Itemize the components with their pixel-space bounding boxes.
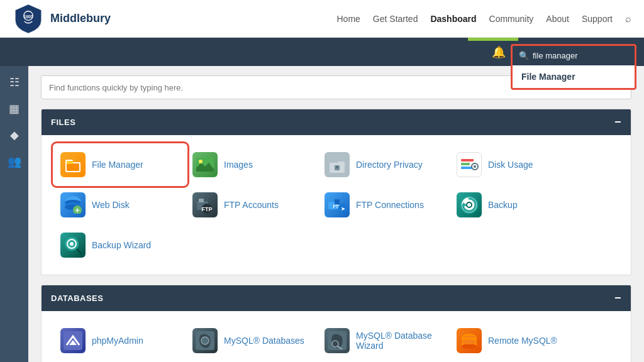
ftp-connections-icon: FTP ➤ xyxy=(325,192,350,217)
svg-rect-10 xyxy=(330,159,338,163)
svg-rect-29 xyxy=(335,199,340,204)
mysql-wizard-label: MySQL® Database Wizard xyxy=(356,331,444,351)
svg-rect-4 xyxy=(67,163,79,171)
search-input[interactable] xyxy=(533,51,628,60)
svg-point-12 xyxy=(336,166,338,168)
ftp-accounts-item[interactable]: FTP FTP Accounts xyxy=(186,185,318,225)
nav-about[interactable]: About xyxy=(546,14,569,24)
web-disk-label: Web Disk xyxy=(92,200,130,210)
left-sidebar: ☷ ▦ ◆ 👥 xyxy=(0,66,28,362)
backup-wizard-icon xyxy=(60,233,86,258)
svg-point-50 xyxy=(462,339,477,344)
backup-item[interactable]: Backup xyxy=(450,185,582,225)
search-input-row: 🔍 xyxy=(513,46,635,65)
databases-section-title: DATABASES xyxy=(51,293,103,303)
svg-rect-5 xyxy=(67,161,73,164)
nav-dashboard[interactable]: Dashboard xyxy=(430,14,476,24)
search-result-item[interactable]: File Manager xyxy=(513,65,635,88)
svg-rect-14 xyxy=(461,163,470,165)
users-icon[interactable]: 👥 xyxy=(8,155,21,168)
disk-usage-item[interactable]: Disk Usage xyxy=(450,145,582,185)
logo-shield-icon: 1800 xyxy=(13,3,44,35)
top-navigation: 1800 Middlebury Home Get Started Dashboa… xyxy=(0,0,644,38)
svg-point-42 xyxy=(201,337,209,344)
ftp-connections-label: FTP Connections xyxy=(356,200,424,210)
search-icon: 🔍 xyxy=(519,51,529,60)
disk-usage-icon xyxy=(457,152,482,177)
databases-collapse-button[interactable]: − xyxy=(614,292,621,305)
files-section-body: File Manager Images xyxy=(42,135,631,275)
mysql-wizard-item[interactable]: MySQL® Database Wizard xyxy=(318,321,450,361)
file-manager-icon xyxy=(60,152,86,177)
logo-text: Middlebury xyxy=(50,12,111,25)
files-section: FILES − File Manager xyxy=(41,109,631,275)
file-manager-label: File Manager xyxy=(92,160,143,170)
svg-rect-15 xyxy=(461,167,472,169)
svg-text:+: + xyxy=(75,206,79,214)
disk-usage-label: Disk Usage xyxy=(488,160,533,170)
remote-mysql-label: Remote MySQL® xyxy=(488,336,557,346)
svg-text:1800: 1800 xyxy=(24,14,33,18)
phpmyadmin-item[interactable]: phpMyAdmin xyxy=(54,321,186,361)
files-section-header: FILES − xyxy=(42,109,631,135)
svg-rect-27 xyxy=(199,199,204,202)
ftp-connections-item[interactable]: FTP ➤ FTP Connections xyxy=(318,185,450,225)
main-nav: Home Get Started Dashboard Community Abo… xyxy=(336,13,631,25)
web-disk-item[interactable]: + Web Disk xyxy=(54,185,186,225)
images-icon xyxy=(192,152,218,177)
remote-mysql-icon xyxy=(457,328,482,353)
svg-point-38 xyxy=(70,242,74,246)
mysql-databases-item[interactable]: MySQL® Databases xyxy=(186,321,318,361)
directory-privacy-icon xyxy=(325,152,350,177)
images-item[interactable]: Images xyxy=(186,145,318,185)
file-manager-item[interactable]: File Manager xyxy=(54,145,186,185)
svg-point-17 xyxy=(474,165,476,168)
mysql-databases-icon xyxy=(192,328,218,353)
nav-home[interactable]: Home xyxy=(336,14,360,24)
phpmyadmin-label: phpMyAdmin xyxy=(92,336,143,346)
remote-mysql-item[interactable]: Remote MySQL® xyxy=(450,321,582,361)
content-area: FILES − File Manager xyxy=(28,66,644,362)
backup-icon xyxy=(457,192,482,217)
search-dropdown: 🔍 File Manager xyxy=(511,44,636,90)
svg-point-8 xyxy=(199,160,203,163)
mysql-databases-label: MySQL® Databases xyxy=(224,336,304,346)
databases-section-body: phpMyAdmin MySQL® Databases xyxy=(42,311,631,362)
dark-bar: 🔍 File Manager 🔔 xyxy=(0,38,644,66)
ftp-accounts-label: FTP Accounts xyxy=(224,200,279,210)
grid-icon[interactable]: ☷ xyxy=(9,75,19,89)
nav-search-icon[interactable]: ⌕ xyxy=(625,13,631,25)
files-section-title: FILES xyxy=(51,118,75,127)
nav-community[interactable]: Community xyxy=(489,14,534,24)
web-disk-icon: + xyxy=(60,192,86,217)
phpmyadmin-icon xyxy=(60,328,86,353)
mysql-wizard-icon xyxy=(325,328,350,353)
ftp-accounts-icon: FTP xyxy=(192,192,218,217)
svg-line-39 xyxy=(77,250,81,253)
main-layout: ☷ ▦ ◆ 👥 FILES − xyxy=(0,66,644,362)
backup-wizard-item[interactable]: Backup Wizard xyxy=(54,225,186,265)
svg-text:➤: ➤ xyxy=(341,206,345,212)
databases-section: DATABASES − phpMyAdmin xyxy=(41,285,631,362)
directory-privacy-item[interactable]: Directory Privacy xyxy=(318,145,450,185)
svg-point-49 xyxy=(462,344,477,349)
palette-icon[interactable]: ◆ xyxy=(10,128,19,142)
chart-icon[interactable]: ▦ xyxy=(9,102,19,116)
images-label: Images xyxy=(224,160,253,170)
databases-section-header: DATABASES − xyxy=(42,285,631,311)
nav-get-started[interactable]: Get Started xyxy=(373,14,418,24)
nav-support[interactable]: Support xyxy=(582,14,613,24)
bell-icon[interactable]: 🔔 xyxy=(492,45,506,59)
svg-rect-13 xyxy=(461,159,474,162)
accent-bar xyxy=(468,38,518,41)
files-collapse-button[interactable]: − xyxy=(614,116,621,129)
svg-text:FTP: FTP xyxy=(202,206,213,212)
backup-wizard-label: Backup Wizard xyxy=(92,240,151,250)
directory-privacy-label: Directory Privacy xyxy=(356,160,423,170)
logo-area: 1800 Middlebury xyxy=(13,3,111,35)
backup-label: Backup xyxy=(488,200,518,210)
